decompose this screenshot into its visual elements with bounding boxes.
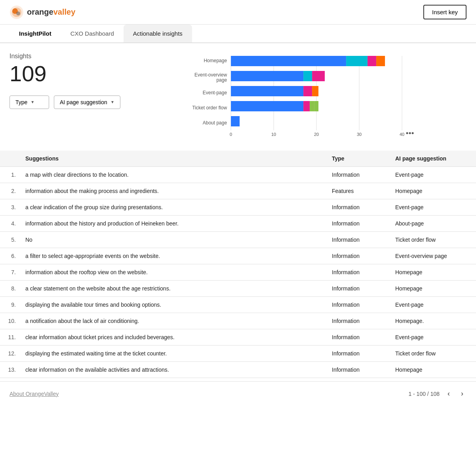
about-link[interactable]: About OrangeValley <box>10 391 59 397</box>
row-page: Event-page <box>389 329 476 346</box>
row-type: Information <box>326 297 389 313</box>
table-row: 9.displaying the available tour times an… <box>0 297 476 313</box>
tab-actionable-insights[interactable]: Actionable insights <box>124 25 192 42</box>
col-number <box>0 151 19 167</box>
pagination: 1 - 100 / 108 ‹ › <box>408 388 466 399</box>
table-row: 4.information about the history and prod… <box>0 216 476 232</box>
pagination-next-button[interactable]: › <box>458 388 466 399</box>
row-number: 6. <box>0 248 19 264</box>
row-number: 4. <box>0 216 19 232</box>
row-page: About-page <box>389 216 476 232</box>
svg-rect-19 <box>231 71 303 81</box>
svg-rect-21 <box>312 71 325 81</box>
row-type: Information <box>326 216 389 232</box>
svg-rect-26 <box>303 101 310 111</box>
row-type: Information <box>326 281 389 297</box>
svg-point-3 <box>16 11 20 15</box>
row-page: Homepage <box>389 281 476 297</box>
pagination-prev-button[interactable]: ‹ <box>444 388 453 399</box>
row-page: Homepage <box>389 264 476 281</box>
chevron-down-icon: ▼ <box>30 100 34 104</box>
row-type: Information <box>326 167 389 183</box>
type-filter[interactable]: Type ▼ <box>10 95 49 109</box>
row-number: 1. <box>0 167 19 183</box>
row-page: Event-page <box>389 167 476 183</box>
svg-rect-28 <box>314 101 318 111</box>
table-row: 8.a clear statement on the website about… <box>0 281 476 297</box>
svg-text:40: 40 <box>400 132 404 137</box>
logo-icon <box>10 5 24 19</box>
main-content: Insights 109 Type ▼ AI page suggestion ▼… <box>0 43 476 144</box>
svg-text:20: 20 <box>314 132 319 137</box>
svg-text:Homepage: Homepage <box>204 58 227 63</box>
svg-rect-22 <box>231 86 303 96</box>
insert-key-button[interactable]: Insert key <box>423 5 466 19</box>
logo-text: orangevalley <box>27 8 75 17</box>
row-number: 9. <box>0 297 19 313</box>
row-number: 11. <box>0 329 19 346</box>
svg-text:10: 10 <box>271 132 276 137</box>
row-number: 10. <box>0 313 19 329</box>
row-suggestion: a clear indication of the group size dur… <box>19 199 326 216</box>
svg-rect-23 <box>303 86 312 96</box>
row-number: 2. <box>0 183 19 199</box>
svg-text:page: page <box>216 77 227 83</box>
tab-cxo-dashboard[interactable]: CXO Dashboard <box>61 25 124 42</box>
filter-row: Type ▼ AI page suggestion ▼ <box>10 95 120 109</box>
svg-text:About page: About page <box>203 120 227 126</box>
svg-text:0: 0 <box>230 132 232 137</box>
table-header-row: Suggestions Type AI page suggestion <box>0 151 476 167</box>
row-suggestion: clear information on the available activ… <box>19 362 326 378</box>
row-type: Information <box>326 346 389 362</box>
chevron-down-icon: ▼ <box>110 100 114 104</box>
insights-count: 109 <box>10 61 120 86</box>
svg-text:Ticket order flow: Ticket order flow <box>192 105 227 111</box>
tab-insight-pilot[interactable]: InsightPilot <box>10 25 61 42</box>
row-page: Ticket order flow <box>389 346 476 362</box>
row-suggestion: a map with clear directions to the locat… <box>19 167 326 183</box>
page-suggestion-filter[interactable]: AI page suggestion ▼ <box>54 95 120 109</box>
pagination-text: 1 - 100 / 108 <box>408 391 440 397</box>
table-row: 2.information about the making process a… <box>0 183 476 199</box>
insights-label: Insights <box>10 53 120 60</box>
row-page: Homepage <box>389 183 476 199</box>
row-type: Information <box>326 329 389 346</box>
svg-rect-24 <box>312 86 318 96</box>
table-row: 3.a clear indication of the group size d… <box>0 199 476 216</box>
nav-tabs: InsightPilot CXO Dashboard Actionable in… <box>0 25 476 43</box>
svg-rect-15 <box>231 56 346 66</box>
row-suggestion: information about the making process and… <box>19 183 326 199</box>
row-suggestion: a filter to select age-appropriate event… <box>19 248 326 264</box>
left-panel: Insights 109 Type ▼ AI page suggestion ▼ <box>10 53 120 144</box>
svg-point-37 <box>411 132 413 134</box>
row-number: 8. <box>0 281 19 297</box>
footer-bar: About OrangeValley 1 - 100 / 108 ‹ › <box>0 381 476 406</box>
row-suggestion: No <box>19 232 326 248</box>
svg-point-36 <box>409 132 411 134</box>
row-number: 13. <box>0 362 19 378</box>
row-type: Features <box>326 183 389 199</box>
table-row: 11.clear information about ticket prices… <box>0 329 476 346</box>
table-row: 10.a notification about the lack of air … <box>0 313 476 329</box>
insights-table: Suggestions Type AI page suggestion 1.a … <box>0 151 476 378</box>
row-suggestion: displaying the available tour times and … <box>19 297 326 313</box>
row-suggestion: information about the rooftop view on th… <box>19 264 326 281</box>
row-suggestion: a notification about the lack of air con… <box>19 313 326 329</box>
svg-rect-17 <box>367 56 376 66</box>
svg-text:Event-page: Event-page <box>203 90 227 95</box>
row-type: Information <box>326 232 389 248</box>
chart-panel: Homepage Event-overview page Event-page … <box>130 53 466 144</box>
table-row: 1.a map with clear directions to the loc… <box>0 167 476 183</box>
svg-text:Event-overview: Event-overview <box>194 72 227 78</box>
svg-rect-20 <box>303 71 312 81</box>
row-number: 12. <box>0 346 19 362</box>
svg-rect-29 <box>231 116 240 126</box>
row-number: 3. <box>0 199 19 216</box>
svg-rect-27 <box>310 101 314 111</box>
header: orangevalley Insert key <box>0 0 476 25</box>
svg-rect-25 <box>231 101 303 111</box>
row-suggestion: clear information about ticket prices an… <box>19 329 326 346</box>
row-number: 7. <box>0 264 19 281</box>
svg-rect-16 <box>346 56 367 66</box>
col-page: AI page suggestion <box>389 151 476 167</box>
